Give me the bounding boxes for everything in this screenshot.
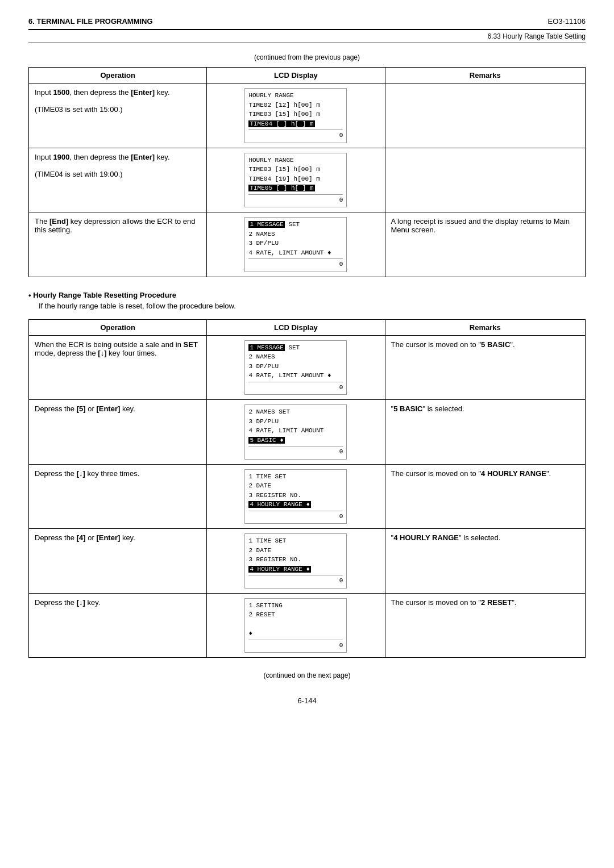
table-row: Depress the [4] or [Enter] key.1 TIME SE… <box>29 529 586 594</box>
operation-cell: Depress the [5] or [Enter] key. <box>29 400 207 465</box>
operation-cell: Depress the [4] or [Enter] key. <box>29 529 207 594</box>
table2: Operation LCD Display Remarks When the E… <box>28 319 586 658</box>
lcd-cell: 1 TIME SET2 DATE3 REGISTER NO.4 HOURLY R… <box>207 464 385 529</box>
table-row: The [End] key depression allows the ECR … <box>29 212 586 277</box>
bullet-header: • Hourly Range Table Resetting Procedure <box>28 291 586 299</box>
table1: Operation LCD Display Remarks Input 1500… <box>28 67 586 277</box>
remarks-cell <box>385 148 585 212</box>
remarks-cell: "5 BASIC" is selected. <box>385 400 585 465</box>
remarks-cell: The cursor is moved on to "2 RESET". <box>385 593 585 658</box>
remarks-cell: "4 HOURLY RANGE" is selected. <box>385 529 585 594</box>
remarks-cell: The cursor is moved on to "5 BASIC". <box>385 335 585 400</box>
table-row: Depress the [5] or [Enter] key.2 NAMES S… <box>29 400 586 465</box>
continued-on: (continued on the next page) <box>28 671 586 679</box>
table2-col-remarks: Remarks <box>385 319 585 335</box>
bullet-sub: If the hourly range table is reset, foll… <box>39 302 586 310</box>
lcd-cell: 1 TIME SET2 DATE3 REGISTER NO.4 HOURLY R… <box>207 529 385 594</box>
remarks-cell <box>385 84 585 148</box>
operation-cell: Depress the [↓] key three times. <box>29 464 207 529</box>
operation-cell: Input 1500, then depress the [Enter] key… <box>29 84 207 148</box>
table-row: When the ECR is being outside a sale and… <box>29 335 586 400</box>
operation-cell: Input 1900, then depress the [Enter] key… <box>29 148 207 212</box>
table-row: Input 1900, then depress the [Enter] key… <box>29 148 586 212</box>
bullet-section: • Hourly Range Table Resetting Procedure… <box>28 291 586 310</box>
lcd-cell: 1 MESSAGE SET2 NAMES3 DP/PLU4 RATE, LIMI… <box>207 335 385 400</box>
operation-cell: When the ECR is being outside a sale and… <box>29 335 207 400</box>
table-row: Depress the [↓] key three times.1 TIME S… <box>29 464 586 529</box>
header-right: EO3-11106 <box>548 17 586 26</box>
lcd-cell: 1 SETTING2 RESET ♦0 <box>207 593 385 658</box>
page-header: 6. TERMINAL FILE PROGRAMMING EO3-11106 <box>28 17 586 30</box>
table2-col-operation: Operation <box>29 319 207 335</box>
remarks-cell: A long receipt is issued and the display… <box>385 212 585 277</box>
table-row: Depress the [↓] key.1 SETTING2 RESET ♦0T… <box>29 593 586 658</box>
operation-cell: Depress the [↓] key. <box>29 593 207 658</box>
table1-col-operation: Operation <box>29 68 207 84</box>
continued-from: (continued from the previous page) <box>28 53 586 61</box>
page-subheader: 6.33 Hourly Range Table Setting <box>28 32 586 43</box>
table1-col-remarks: Remarks <box>385 68 585 84</box>
lcd-cell: 1 MESSAGE SET2 NAMES3 DP/PLU4 RATE, LIMI… <box>207 212 385 277</box>
table-row: Input 1500, then depress the [Enter] key… <box>29 84 586 148</box>
table2-col-lcd: LCD Display <box>207 319 385 335</box>
page-number: 6-144 <box>28 696 586 705</box>
remarks-cell: The cursor is moved on to "4 HOURLY RANG… <box>385 464 585 529</box>
table1-col-lcd: LCD Display <box>207 68 385 84</box>
operation-cell: The [End] key depression allows the ECR … <box>29 212 207 277</box>
lcd-cell: HOURLY RANGETIME03 [15] h[00] mTIME04 [1… <box>207 148 385 212</box>
lcd-cell: HOURLY RANGETIME02 [12] h[00] mTIME03 [1… <box>207 84 385 148</box>
lcd-cell: 2 NAMES SET3 DP/PLU4 RATE, LIMIT AMOUNT5… <box>207 400 385 465</box>
header-left: 6. TERMINAL FILE PROGRAMMING <box>28 17 153 26</box>
